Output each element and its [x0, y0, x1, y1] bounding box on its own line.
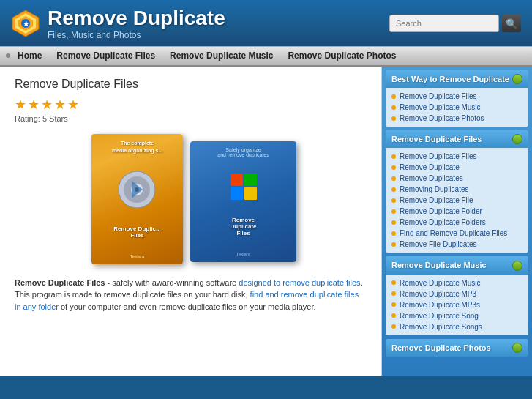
box-right-teklara: Teklara — [236, 252, 250, 256]
sidebar-link-f3[interactable]: Remove Duplicates — [391, 173, 522, 184]
star-1: ★ — [15, 97, 26, 113]
sidebar-section-music: Remove Duplicate Music Remove Duplicate … — [386, 256, 528, 335]
site-title: Remove Duplicate — [48, 7, 225, 30]
box-left-top-text: The completemedia organizing s... — [112, 140, 162, 154]
star-4: ★ — [54, 97, 66, 113]
product-box-right: Safely organizeand remove duplicates Rem… — [190, 141, 296, 262]
logo-icon: ★ — [11, 9, 40, 38]
svg-rect-12 — [244, 187, 257, 200]
sidebar-link-m3[interactable]: Remove Duplicate MP3s — [391, 299, 522, 310]
sidebar-link-f1[interactable]: Remove Duplicate Files — [391, 151, 522, 162]
link-dot — [391, 231, 396, 236]
nav-item-files[interactable]: Remove Duplicate Files — [49, 48, 162, 64]
sidebar-link-best-music[interactable]: Remove Duplicate Music — [391, 102, 522, 113]
svg-rect-11 — [231, 187, 243, 200]
link-dot — [391, 165, 396, 170]
main-nav: Home Remove Duplicate Files Remove Dupli… — [0, 46, 532, 67]
sidebar-link-f2[interactable]: Remove Duplicate — [391, 162, 522, 173]
desc-link-1[interactable]: designed to remove duplicate files — [239, 278, 360, 287]
main-content: Remove Duplicate Files ★ ★ ★ ★ ★ Rating:… — [0, 67, 382, 376]
sidebar-link-best-files[interactable]: Remove Duplicate Files — [391, 91, 522, 102]
main-layout: Remove Duplicate Files ★ ★ ★ ★ ★ Rating:… — [0, 67, 532, 376]
sidebar-link-f6[interactable]: Remove Duplicate Folder — [391, 206, 522, 217]
sidebar-section-music-header: Remove Duplicate Music — [386, 256, 528, 274]
link-dot — [391, 154, 396, 159]
svg-text:★: ★ — [23, 20, 30, 28]
svg-rect-9 — [231, 174, 243, 186]
desc-text-2: - safely with award-winning software — [105, 278, 239, 287]
product-box-left: The completemedia organizing s... Remove… — [91, 134, 183, 264]
nav-item-home[interactable]: Home — [10, 48, 49, 64]
link-dot — [391, 313, 396, 318]
box-left-teklara: Teklara — [130, 254, 144, 258]
sidebar: Best Way to Remove Duplicate Remove Dupl… — [382, 67, 532, 376]
link-dot — [391, 220, 396, 225]
product-image-area: The completemedia organizing s... Remove… — [15, 130, 366, 269]
sidebar-circle-photos — [512, 343, 522, 353]
sidebar-section-best-items: Remove Duplicate Files Remove Duplicate … — [386, 88, 528, 127]
sidebar-link-best-photos[interactable]: Remove Duplicate Photos — [391, 113, 522, 124]
sidebar-circle-music — [512, 261, 522, 271]
windows-logo — [229, 172, 258, 201]
star-2: ★ — [28, 97, 40, 113]
sidebar-link-m1[interactable]: Remove Duplicate Music — [391, 277, 522, 288]
sidebar-section-files-items: Remove Duplicate Files Remove Duplicate … — [386, 148, 528, 253]
sidebar-link-f9[interactable]: Remove File Duplicates — [391, 239, 522, 250]
nav-item-photos[interactable]: Remove Duplicate Photos — [280, 48, 403, 64]
link-dot — [391, 291, 396, 296]
link-dot — [391, 198, 396, 203]
sidebar-link-m4[interactable]: Remove Duplicate Song — [391, 310, 522, 321]
link-dot — [391, 116, 396, 121]
site-subtitle: Files, Music and Photos — [48, 30, 225, 40]
sidebar-section-photos-title: Remove Duplicate Photos — [391, 343, 491, 353]
header-left: ★ Remove Duplicate Files, Music and Phot… — [11, 7, 225, 40]
sidebar-link-m5[interactable]: Remove Duplicate Songs — [391, 321, 522, 332]
desc-strong: Remove Duplicate Files — [15, 278, 105, 287]
link-dot — [391, 280, 396, 285]
sidebar-circle-best — [512, 74, 522, 84]
sidebar-link-m2[interactable]: Remove Duplicate MP3 — [391, 288, 522, 299]
link-dot — [391, 105, 396, 110]
link-dot — [391, 187, 396, 192]
header-title: Remove Duplicate Files, Music and Photos — [48, 7, 225, 40]
sidebar-link-f4[interactable]: Removing Duplicates — [391, 184, 522, 195]
sidebar-section-files-header: Remove Duplicate Files — [386, 130, 528, 148]
description: Remove Duplicate Files - safely with awa… — [15, 277, 366, 313]
sidebar-section-best-header: Best Way to Remove Duplicate — [386, 70, 528, 88]
box-right-top: Safely organizeand remove duplicates — [217, 147, 269, 157]
search-area: 🔍 — [389, 15, 521, 32]
sidebar-section-photos: Remove Duplicate Photos — [386, 339, 528, 357]
box-left-label: Remove Duplic...Files — [113, 225, 160, 239]
product-boxes: The completemedia organizing s... Remove… — [84, 130, 296, 269]
cd-icon — [117, 170, 157, 210]
search-button[interactable]: 🔍 — [502, 15, 521, 32]
svg-rect-10 — [244, 174, 257, 186]
link-dot — [391, 324, 396, 329]
sidebar-section-files: Remove Duplicate Files Remove Duplicate … — [386, 130, 528, 253]
page-title: Remove Duplicate Files — [15, 78, 366, 91]
sidebar-link-f8[interactable]: Find and Remove Duplicate Files — [391, 228, 522, 239]
sidebar-section-music-title: Remove Duplicate Music — [391, 260, 487, 270]
sidebar-section-music-items: Remove Duplicate Music Remove Duplicate … — [386, 275, 528, 335]
link-dot — [391, 242, 396, 247]
link-dot — [391, 94, 396, 99]
header: ★ Remove Duplicate Files, Music and Phot… — [0, 0, 532, 46]
search-input[interactable] — [389, 15, 499, 32]
sidebar-section-photos-header: Remove Duplicate Photos — [386, 339, 528, 357]
sidebar-link-f5[interactable]: Remove Duplicate File — [391, 195, 522, 206]
sidebar-section-best: Best Way to Remove Duplicate Remove Dupl… — [386, 70, 528, 127]
star-rating: ★ ★ ★ ★ ★ — [15, 97, 366, 113]
sidebar-section-files-title: Remove Duplicate Files — [391, 134, 482, 144]
link-dot — [391, 209, 396, 214]
desc-text-4: of your computer and even remove duplica… — [59, 302, 316, 311]
link-dot — [391, 176, 396, 181]
sidebar-section-best-title: Best Way to Remove Duplicate — [391, 74, 509, 84]
rating-text: Rating: 5 Stars — [15, 114, 366, 123]
sidebar-circle-files — [512, 134, 522, 144]
box-right-label: RemoveDuplicateFiles — [230, 217, 256, 236]
link-dot — [391, 302, 396, 307]
star-5: ★ — [67, 97, 79, 113]
nav-item-music[interactable]: Remove Duplicate Music — [162, 48, 280, 64]
sidebar-link-f7[interactable]: Remove Duplicate Folders — [391, 217, 522, 228]
star-3: ★ — [41, 97, 53, 113]
